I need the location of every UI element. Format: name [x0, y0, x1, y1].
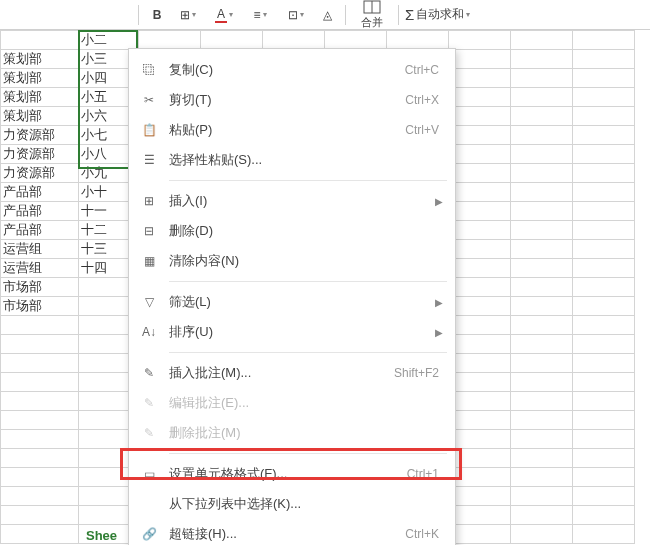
cell[interactable] [1, 373, 79, 392]
menu-item-copy[interactable]: ⿻复制(C)Ctrl+C [129, 55, 455, 85]
cell[interactable]: 市场部 [1, 297, 79, 316]
cell[interactable] [511, 316, 573, 335]
cell[interactable] [573, 69, 635, 88]
cell[interactable] [449, 373, 511, 392]
cell[interactable] [573, 468, 635, 487]
cell[interactable] [573, 354, 635, 373]
cell[interactable] [449, 449, 511, 468]
autosum-button[interactable]: Σ 自动求和 [405, 6, 470, 23]
cell[interactable] [511, 126, 573, 145]
cell[interactable]: 策划部 [1, 69, 79, 88]
cell[interactable] [1, 335, 79, 354]
cell[interactable] [573, 221, 635, 240]
cell[interactable]: 小二 [79, 31, 139, 50]
cell[interactable] [573, 240, 635, 259]
menu-item-delete[interactable]: ⊟删除(D) [129, 216, 455, 246]
menu-item-comment-add[interactable]: ✎插入批注(M)...Shift+F2 [129, 358, 455, 388]
cell[interactable] [449, 354, 511, 373]
cell[interactable] [449, 88, 511, 107]
cell[interactable] [511, 88, 573, 107]
cell[interactable] [449, 506, 511, 525]
cell[interactable]: 策划部 [1, 107, 79, 126]
cell[interactable] [511, 183, 573, 202]
bold-button[interactable]: B [145, 4, 169, 26]
cell[interactable] [511, 297, 573, 316]
cell[interactable] [449, 411, 511, 430]
cell[interactable] [573, 373, 635, 392]
cell[interactable] [511, 525, 573, 544]
cell[interactable] [511, 487, 573, 506]
cell[interactable] [511, 373, 573, 392]
cell[interactable]: 力资源部 [1, 164, 79, 183]
cell[interactable] [573, 278, 635, 297]
cell[interactable] [573, 50, 635, 69]
cell[interactable] [1, 468, 79, 487]
cell[interactable] [449, 202, 511, 221]
merge-button[interactable]: 合并 [352, 0, 392, 30]
cell[interactable] [511, 335, 573, 354]
cell[interactable]: 产品部 [1, 183, 79, 202]
cell[interactable] [263, 31, 325, 50]
cell[interactable] [573, 31, 635, 50]
cell[interactable] [449, 392, 511, 411]
cell[interactable] [449, 525, 511, 544]
cell[interactable] [449, 278, 511, 297]
cell[interactable] [449, 164, 511, 183]
cell[interactable] [573, 126, 635, 145]
cell[interactable] [511, 354, 573, 373]
menu-item-blank[interactable]: 从下拉列表中选择(K)... [129, 489, 455, 519]
cell[interactable] [511, 164, 573, 183]
cell[interactable] [449, 335, 511, 354]
cell[interactable] [511, 145, 573, 164]
cell[interactable] [449, 145, 511, 164]
cell[interactable] [511, 430, 573, 449]
menu-item-sort[interactable]: A↓排序(U)▶ [129, 317, 455, 347]
cell[interactable] [573, 107, 635, 126]
cell[interactable] [449, 297, 511, 316]
cell[interactable] [573, 297, 635, 316]
cell[interactable] [573, 183, 635, 202]
cell[interactable] [449, 430, 511, 449]
cell[interactable] [325, 31, 387, 50]
cell[interactable]: 力资源部 [1, 126, 79, 145]
cell[interactable] [573, 411, 635, 430]
cell[interactable] [449, 107, 511, 126]
cell[interactable] [449, 468, 511, 487]
cell[interactable]: 市场部 [1, 278, 79, 297]
cell[interactable] [573, 525, 635, 544]
cell[interactable] [573, 506, 635, 525]
cell[interactable] [387, 31, 449, 50]
cell[interactable] [511, 69, 573, 88]
cell[interactable] [449, 126, 511, 145]
cell[interactable] [511, 506, 573, 525]
cell[interactable] [449, 183, 511, 202]
cell[interactable] [1, 487, 79, 506]
border-style-button[interactable]: ⊡ [279, 4, 313, 26]
cell[interactable] [1, 392, 79, 411]
cell[interactable] [1, 316, 79, 335]
cell[interactable] [1, 411, 79, 430]
cell[interactable] [573, 88, 635, 107]
menu-item-filter[interactable]: ▽筛选(L)▶ [129, 287, 455, 317]
cell[interactable] [449, 259, 511, 278]
cell[interactable] [1, 354, 79, 373]
cell[interactable] [511, 107, 573, 126]
cell[interactable] [1, 449, 79, 468]
cell[interactable] [511, 31, 573, 50]
menu-item-paste[interactable]: 📋粘贴(P)Ctrl+V [129, 115, 455, 145]
fill-shape-button[interactable]: ◬ [315, 4, 339, 26]
menu-item-paste-special[interactable]: ☰选择性粘贴(S)... [129, 145, 455, 175]
cell[interactable] [449, 50, 511, 69]
cell[interactable]: 力资源部 [1, 145, 79, 164]
cell[interactable] [573, 487, 635, 506]
cell[interactable] [1, 525, 79, 544]
cell[interactable] [139, 31, 201, 50]
cell[interactable]: 运营组 [1, 259, 79, 278]
cell[interactable] [573, 449, 635, 468]
cell[interactable] [449, 31, 511, 50]
cell[interactable] [1, 506, 79, 525]
cell[interactable] [511, 50, 573, 69]
cell[interactable] [201, 31, 263, 50]
cell[interactable] [573, 145, 635, 164]
cell[interactable] [449, 487, 511, 506]
